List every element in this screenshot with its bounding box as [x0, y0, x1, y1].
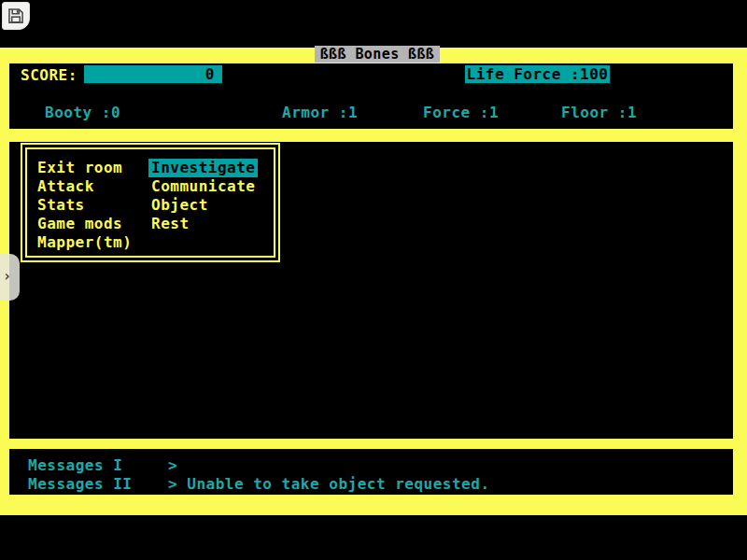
menu-item-attack[interactable]: Attack — [37, 177, 132, 196]
message-row: Messages I > — [9, 456, 733, 475]
message-label: Messages II — [28, 475, 132, 493]
menu-item-object[interactable]: Object — [151, 196, 258, 215]
message-row: Messages II > Unable to take object requ… — [9, 475, 733, 494]
chevron-right-icon: › — [3, 269, 11, 284]
stat-floor: Floor :1 — [561, 104, 637, 121]
life-force-badge: Life Force :100 — [465, 65, 610, 83]
action-menu: Exit room Attack Stats Game mods Mapper(… — [21, 143, 280, 262]
score-value: 0 — [205, 65, 215, 83]
menu-item-game-mods[interactable]: Game mods — [37, 215, 132, 233]
menu-item-investigate[interactable]: Investigate — [148, 159, 258, 177]
menu-column-left: Exit room Attack Stats Game mods Mapper(… — [37, 159, 132, 252]
save-button[interactable] — [2, 2, 30, 30]
game-title: ßßß Bones ßßß — [315, 46, 440, 63]
message-text: > Unable to take object requested. — [168, 475, 490, 493]
menu-item-stats[interactable]: Stats — [37, 196, 132, 215]
floppy-disk-icon — [7, 7, 24, 24]
menu-item-mapper[interactable]: Mapper(tm) — [37, 233, 132, 252]
side-drawer-handle[interactable]: › — [0, 254, 20, 301]
menu-item-exit-room[interactable]: Exit room — [37, 159, 132, 177]
menu-column-right: Investigate Communicate Object Rest — [151, 159, 258, 233]
menu-item-communicate[interactable]: Communicate — [151, 177, 258, 196]
menu-item-rest[interactable]: Rest — [151, 215, 258, 233]
score-bar: 0 — [84, 65, 222, 83]
score-label: SCORE: — [21, 66, 78, 84]
stat-armor: Armor :1 — [282, 104, 358, 121]
message-text: > — [168, 456, 177, 474]
message-label: Messages I — [28, 456, 122, 474]
stat-booty: Booty :0 — [45, 104, 120, 121]
messages-panel: Messages I > Messages II > Unable to tak… — [9, 449, 733, 495]
stat-force: Force :1 — [423, 104, 499, 121]
game-screen: ßßß Bones ßßß SCORE: 0 Life Force :100 B… — [0, 0, 747, 560]
